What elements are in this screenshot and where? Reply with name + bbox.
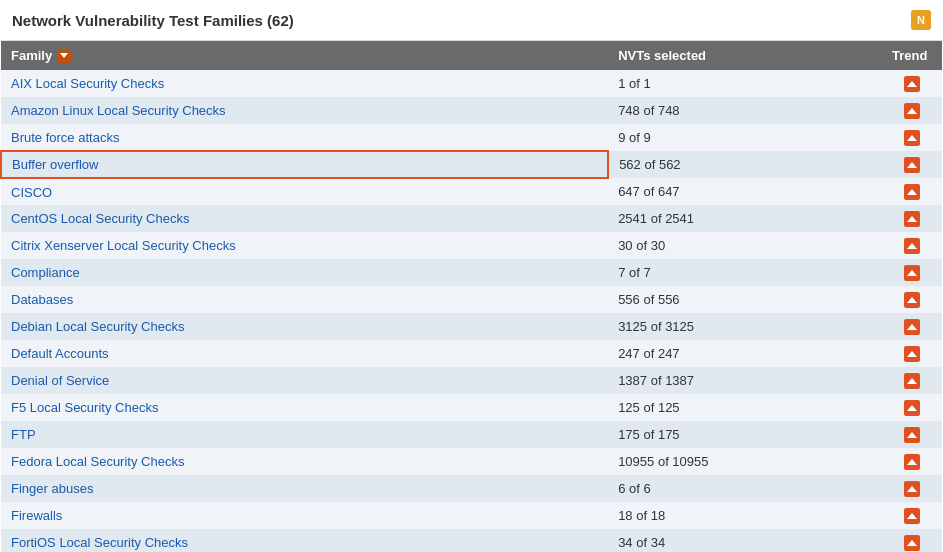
nvts-cell: 2541 of 2541 [608, 205, 882, 232]
family-cell[interactable]: Brute force attacks [1, 124, 608, 151]
trend-icon[interactable] [904, 130, 920, 146]
trend-cell[interactable] [882, 367, 942, 394]
family-column-header[interactable]: Family [1, 41, 608, 70]
nvts-cell: 556 of 556 [608, 286, 882, 313]
trend-icon[interactable] [904, 292, 920, 308]
table-row: CentOS Local Security Checks2541 of 2541 [1, 205, 942, 232]
nvts-cell: 34 of 34 [608, 529, 882, 552]
trend-cell[interactable] [882, 70, 942, 97]
family-cell[interactable]: Citrix Xenserver Local Security Checks [1, 232, 608, 259]
trend-cell[interactable] [882, 502, 942, 529]
trend-icon[interactable] [904, 508, 920, 524]
table-row: FortiOS Local Security Checks34 of 34 [1, 529, 942, 552]
trend-icon[interactable] [904, 238, 920, 254]
trend-icon[interactable] [904, 76, 920, 92]
trend-cell[interactable] [882, 205, 942, 232]
trend-cell[interactable] [882, 313, 942, 340]
table-row: Amazon Linux Local Security Checks748 of… [1, 97, 942, 124]
trend-icon[interactable] [904, 427, 920, 443]
nvts-cell: 1387 of 1387 [608, 367, 882, 394]
trend-icon[interactable] [904, 346, 920, 362]
family-cell[interactable]: Default Accounts [1, 340, 608, 367]
trend-cell[interactable] [882, 124, 942, 151]
trend-icon[interactable] [904, 157, 920, 173]
trend-cell[interactable] [882, 178, 942, 205]
family-link[interactable]: Databases [11, 292, 73, 307]
title-text: Network Vulnerability Test Families (62) [12, 12, 294, 29]
table-row: CISCO647 of 647 [1, 178, 942, 205]
trend-cell[interactable] [882, 394, 942, 421]
family-cell[interactable]: Databases [1, 286, 608, 313]
nvts-column-header: NVTs selected [608, 41, 882, 70]
family-cell[interactable]: AIX Local Security Checks [1, 70, 608, 97]
family-link[interactable]: F5 Local Security Checks [11, 400, 158, 415]
trend-cell[interactable] [882, 97, 942, 124]
table-row: Databases556 of 556 [1, 286, 942, 313]
trend-cell[interactable] [882, 232, 942, 259]
trend-icon[interactable] [904, 454, 920, 470]
trend-icon[interactable] [904, 211, 920, 227]
family-link[interactable]: Citrix Xenserver Local Security Checks [11, 238, 236, 253]
table-row: Finger abuses6 of 6 [1, 475, 942, 502]
family-link[interactable]: Firewalls [11, 508, 62, 523]
family-cell[interactable]: Compliance [1, 259, 608, 286]
family-cell[interactable]: Finger abuses [1, 475, 608, 502]
trend-cell[interactable] [882, 475, 942, 502]
family-cell[interactable]: Debian Local Security Checks [1, 313, 608, 340]
trend-icon[interactable] [904, 373, 920, 389]
family-link[interactable]: FTP [11, 427, 36, 442]
trend-icon[interactable] [904, 265, 920, 281]
family-cell[interactable]: CISCO [1, 178, 608, 205]
family-cell[interactable]: F5 Local Security Checks [1, 394, 608, 421]
trend-cell[interactable] [882, 286, 942, 313]
family-link[interactable]: Buffer overflow [12, 157, 98, 172]
trend-cell[interactable] [882, 529, 942, 552]
family-link[interactable]: Debian Local Security Checks [11, 319, 184, 334]
family-link[interactable]: Finger abuses [11, 481, 93, 496]
trend-icon[interactable] [904, 103, 920, 119]
nvts-cell: 3125 of 3125 [608, 313, 882, 340]
family-cell[interactable]: Fedora Local Security Checks [1, 448, 608, 475]
family-cell[interactable]: Firewalls [1, 502, 608, 529]
nvts-cell: 125 of 125 [608, 394, 882, 421]
family-link[interactable]: Compliance [11, 265, 80, 280]
trend-icon[interactable] [904, 481, 920, 497]
family-link[interactable]: AIX Local Security Checks [11, 76, 164, 91]
nvts-cell: 247 of 247 [608, 340, 882, 367]
family-link[interactable]: CISCO [11, 185, 52, 200]
family-cell[interactable]: Buffer overflow [1, 151, 608, 178]
table-row: AIX Local Security Checks1 of 1 [1, 70, 942, 97]
trend-cell[interactable] [882, 421, 942, 448]
trend-cell[interactable] [882, 448, 942, 475]
family-cell[interactable]: FTP [1, 421, 608, 448]
family-link[interactable]: Fedora Local Security Checks [11, 454, 184, 469]
trend-icon[interactable] [904, 319, 920, 335]
nvts-cell: 9 of 9 [608, 124, 882, 151]
trend-cell[interactable] [882, 151, 942, 178]
table-row: Citrix Xenserver Local Security Checks30… [1, 232, 942, 259]
family-link[interactable]: CentOS Local Security Checks [11, 211, 189, 226]
nvt-families-table: Family NVTs selected Trend AIX Local Sec… [0, 41, 943, 552]
family-link[interactable]: Brute force attacks [11, 130, 119, 145]
nvts-cell: 562 of 562 [608, 151, 882, 178]
table-row: Buffer overflow562 of 562 [1, 151, 942, 178]
family-link[interactable]: Default Accounts [11, 346, 109, 361]
table-row: Debian Local Security Checks3125 of 3125 [1, 313, 942, 340]
trend-cell[interactable] [882, 259, 942, 286]
trend-cell[interactable] [882, 340, 942, 367]
family-link[interactable]: Denial of Service [11, 373, 109, 388]
table-row: Compliance7 of 7 [1, 259, 942, 286]
family-cell[interactable]: Denial of Service [1, 367, 608, 394]
family-cell[interactable]: CentOS Local Security Checks [1, 205, 608, 232]
family-cell[interactable]: Amazon Linux Local Security Checks [1, 97, 608, 124]
family-cell[interactable]: FortiOS Local Security Checks [1, 529, 608, 552]
trend-icon[interactable] [904, 400, 920, 416]
family-link[interactable]: FortiOS Local Security Checks [11, 535, 188, 550]
trend-column-header: Trend [882, 41, 942, 70]
trend-icon[interactable] [904, 535, 920, 551]
family-link[interactable]: Amazon Linux Local Security Checks [11, 103, 226, 118]
table-row: Denial of Service1387 of 1387 [1, 367, 942, 394]
nvts-cell: 175 of 175 [608, 421, 882, 448]
trend-icon[interactable] [904, 184, 920, 200]
family-sort-icon[interactable] [57, 49, 71, 63]
